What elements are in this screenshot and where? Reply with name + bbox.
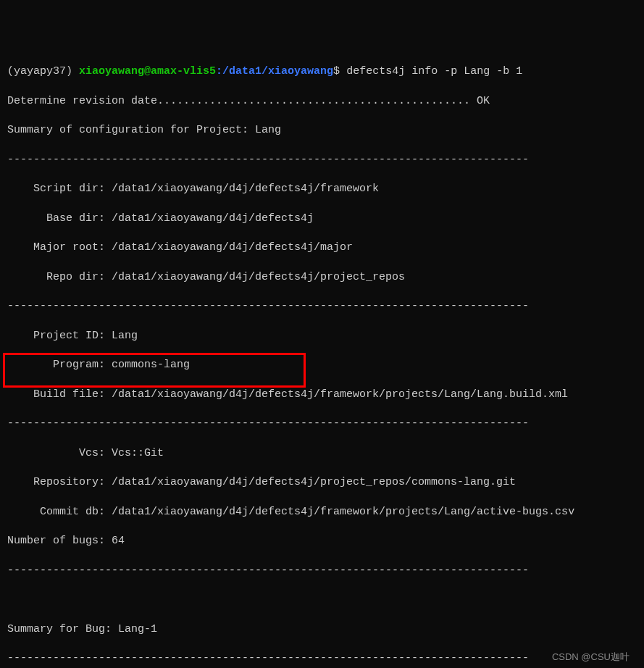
divider-line: ----------------------------------------… bbox=[7, 564, 637, 578]
output-line: Major root: /data1/xiaoyawang/d4j/defect… bbox=[7, 241, 637, 255]
output-line: Number of bugs: 64 bbox=[7, 534, 637, 548]
prompt-env: (yayapy37) bbox=[7, 65, 72, 78]
divider-line: ----------------------------------------… bbox=[7, 153, 637, 167]
output-line: Summary of configuration for Project: La… bbox=[7, 123, 637, 138]
output-line: Script dir: /data1/xiaoyawang/d4j/defect… bbox=[7, 182, 637, 196]
output-line: Vcs: Vcs::Git bbox=[7, 446, 637, 461]
output-line: Commit db: /data1/xiaoyawang/d4j/defects… bbox=[7, 505, 637, 519]
output-line: Program: commons-lang bbox=[7, 358, 637, 372]
prompt-colon: : bbox=[216, 65, 222, 78]
output-line: Build file: /data1/xiaoyawang/d4j/defect… bbox=[7, 388, 637, 402]
output-line: Base dir: /data1/xiaoyawang/d4j/defects4… bbox=[7, 212, 637, 226]
watermark-text: CSDN @CSU迦叶 bbox=[552, 651, 630, 664]
prompt-line[interactable]: (yayapy37) xiaoyawang@amax-vlis5:/data1/… bbox=[7, 64, 637, 79]
output-line: Project ID: Lang bbox=[7, 329, 637, 343]
output-line: Repository: /data1/xiaoyawang/d4j/defect… bbox=[7, 475, 637, 490]
output-line: Summary for Bug: Lang-1 bbox=[7, 622, 637, 637]
prompt-dollar: $ bbox=[333, 65, 340, 78]
divider-line: ----------------------------------------… bbox=[7, 651, 637, 666]
output-line: Repo dir: /data1/xiaoyawang/d4j/defects4… bbox=[7, 270, 637, 285]
prompt-user: xiaoyawang@amax-vlis5 bbox=[79, 65, 216, 78]
divider-line: ----------------------------------------… bbox=[7, 417, 637, 431]
command-text: defects4j info -p Lang -b 1 bbox=[346, 65, 522, 78]
prompt-path: /data1/xiaoyawang bbox=[222, 65, 333, 78]
divider-line: ----------------------------------------… bbox=[7, 299, 637, 314]
output-line: Determine revision date.................… bbox=[7, 94, 637, 109]
